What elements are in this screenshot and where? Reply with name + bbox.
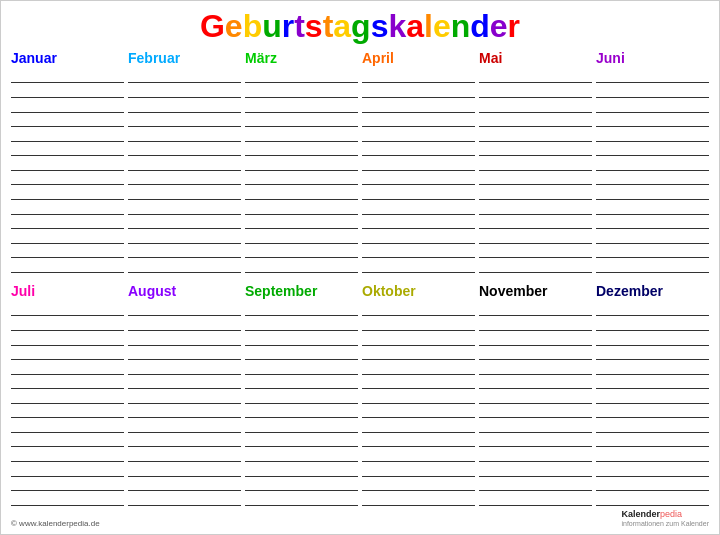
calendar-line xyxy=(479,463,592,477)
calendar-line xyxy=(479,171,592,185)
calendar-line xyxy=(596,201,709,215)
calendar-line xyxy=(596,404,709,418)
calendar-line xyxy=(596,419,709,433)
calendar-line xyxy=(11,157,124,171)
calendar-grid: JanuarFebruarMärzAprilMaiJuni JuliAugust… xyxy=(11,50,709,506)
month-col-dezember: Dezember xyxy=(596,283,709,506)
calendar-line xyxy=(362,404,475,418)
calendar-line xyxy=(479,346,592,360)
calendar-line xyxy=(596,113,709,127)
calendar-line xyxy=(245,404,358,418)
calendar-line xyxy=(245,244,358,258)
lines-container xyxy=(245,302,358,506)
calendar-line xyxy=(362,419,475,433)
calendar-line xyxy=(245,302,358,316)
month-header-oktober: Oktober xyxy=(362,283,475,301)
calendar-line xyxy=(11,375,124,389)
calendar-line xyxy=(479,390,592,404)
calendar-line xyxy=(128,259,241,273)
calendar-line xyxy=(11,244,124,258)
calendar-line xyxy=(479,317,592,331)
calendar-line xyxy=(362,244,475,258)
calendar-line xyxy=(362,477,475,491)
footer-logo: Kalenderpedia informationen zum Kalender xyxy=(621,509,709,528)
calendar-line xyxy=(479,332,592,346)
calendar-line xyxy=(128,433,241,447)
calendar-line xyxy=(11,128,124,142)
lines-container xyxy=(11,302,124,506)
lines-container xyxy=(128,302,241,506)
calendar-line xyxy=(596,302,709,316)
calendar-line xyxy=(596,463,709,477)
calendar-line xyxy=(245,142,358,156)
calendar-line xyxy=(11,477,124,491)
calendar-line xyxy=(479,201,592,215)
calendar-line xyxy=(11,448,124,462)
calendar-line xyxy=(362,463,475,477)
calendar-line xyxy=(245,463,358,477)
month-col-oktober: Oktober xyxy=(362,283,475,506)
calendar-line xyxy=(128,244,241,258)
lines-container xyxy=(245,69,358,273)
calendar-line xyxy=(479,302,592,316)
calendar-line xyxy=(596,142,709,156)
calendar-line xyxy=(11,99,124,113)
month-header-januar: Januar xyxy=(11,50,124,68)
calendar-line xyxy=(362,215,475,229)
month-col-august: August xyxy=(128,283,241,506)
calendar-line xyxy=(128,230,241,244)
calendar-line xyxy=(245,186,358,200)
calendar-line xyxy=(245,477,358,491)
calendar-line xyxy=(128,492,241,506)
calendar-line xyxy=(479,230,592,244)
calendar-line xyxy=(11,404,124,418)
lines-container xyxy=(362,69,475,273)
lines-container xyxy=(128,69,241,273)
month-header-dezember: Dezember xyxy=(596,283,709,301)
calendar-line xyxy=(362,84,475,98)
calendar-line xyxy=(596,317,709,331)
calendar-line xyxy=(245,84,358,98)
calendar-line xyxy=(479,375,592,389)
calendar-line xyxy=(596,69,709,83)
calendar-line xyxy=(11,201,124,215)
month-col-mai: Mai xyxy=(479,50,592,273)
month-header-februar: Februar xyxy=(128,50,241,68)
top-half: JanuarFebruarMärzAprilMaiJuni xyxy=(11,50,709,273)
calendar-line xyxy=(11,390,124,404)
calendar-line xyxy=(596,157,709,171)
calendar-line xyxy=(362,492,475,506)
calendar-line xyxy=(245,201,358,215)
calendar-line xyxy=(128,215,241,229)
calendar-line xyxy=(596,492,709,506)
calendar-line xyxy=(128,99,241,113)
page-title: Geburtstagskalender xyxy=(11,9,709,44)
calendar-line xyxy=(11,433,124,447)
calendar-line xyxy=(128,390,241,404)
calendar-line xyxy=(479,128,592,142)
calendar-line xyxy=(479,448,592,462)
calendar-line xyxy=(128,332,241,346)
calendar-line xyxy=(479,477,592,491)
calendar-line xyxy=(128,317,241,331)
calendar-line xyxy=(128,113,241,127)
calendar-line xyxy=(362,448,475,462)
calendar-line xyxy=(245,69,358,83)
calendar-line xyxy=(128,186,241,200)
month-header-september: September xyxy=(245,283,358,301)
calendar-line xyxy=(596,84,709,98)
calendar-line xyxy=(245,332,358,346)
calendar-line xyxy=(245,317,358,331)
calendar-line xyxy=(245,492,358,506)
calendar-line xyxy=(362,317,475,331)
calendar-line xyxy=(479,69,592,83)
calendar-line xyxy=(11,332,124,346)
calendar-line xyxy=(596,171,709,185)
calendar-line xyxy=(362,201,475,215)
month-col-januar: Januar xyxy=(11,50,124,273)
calendar-line xyxy=(362,259,475,273)
calendar-line xyxy=(11,69,124,83)
calendar-line xyxy=(362,171,475,185)
calendar-line xyxy=(362,375,475,389)
calendar-line xyxy=(11,302,124,316)
